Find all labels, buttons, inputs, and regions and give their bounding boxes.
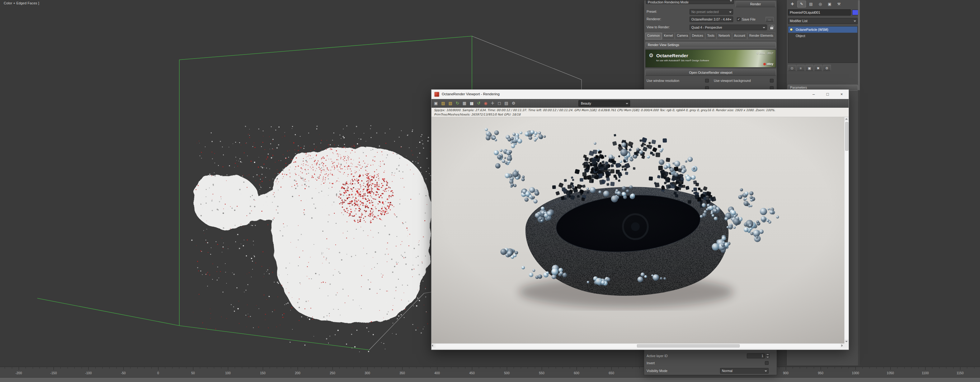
timeline-tick [605,367,605,369]
render-button[interactable]: Render [736,1,775,7]
save-folder-icon[interactable]: ▧ [449,99,452,108]
open-folder-icon[interactable]: ▨ [441,99,444,108]
use-viewport-background-checkbox[interactable] [770,79,773,83]
make-unique-button[interactable]: ▣ [805,65,813,71]
motion-tab[interactable]: ◎ [816,1,825,8]
timeline-tick [277,367,277,369]
tab-common[interactable]: Common [645,33,662,40]
modifier-stack-item[interactable]: OctaneParticle (WSM) [788,27,858,33]
configure-modifier-button[interactable]: ⚙ [823,65,831,71]
scrollbar-handle[interactable] [858,0,860,90]
timeline-label: 1150 [953,371,967,375]
tab-render-elements[interactable]: Render Elements [748,33,775,40]
tab-devices[interactable]: Devices [690,33,705,40]
octane-viewport-window[interactable]: OctaneRender Viewport - Rendering – □ × … [431,89,849,350]
modifier-stack[interactable]: OctaneParticle (WSM)Object [788,26,858,63]
scrollbar-handle[interactable] [637,344,740,347]
tab-network[interactable]: Network [717,33,732,40]
restart-render-icon[interactable]: ↺ [477,99,480,108]
command-panel-tabs[interactable]: ✚✎▤◎▣⚒ [788,1,843,8]
modifier-stack-label: OctaneParticle (WSM) [796,28,828,32]
timeline-ruler[interactable]: -200-150-100-500501001502002503003504004… [0,367,980,378]
minimize-button[interactable]: – [807,90,821,99]
remove-modifier-button[interactable]: ✖ [814,65,822,71]
viewport-lock-icon[interactable]: ▣ [434,99,437,108]
scroll-right-icon[interactable] [840,344,844,348]
spinner-up-icon[interactable] [765,353,770,355]
banner-brand: OctaneRender [656,53,688,58]
renderer-dropdown[interactable]: OctaneRender 3.07 - 4.44 [690,16,733,22]
open-octane-viewport-button[interactable]: Open OctaneRender viewport [645,69,776,76]
spinner-down-icon[interactable] [765,356,770,358]
focus-pick-icon[interactable]: ✛ [491,99,494,108]
timeline-tick [12,367,12,369]
scroll-down-icon[interactable] [845,339,849,344]
modifier-stack-label: Object [796,34,805,38]
timeline-tick [347,367,347,369]
utilities-tab[interactable]: ⚒ [835,1,843,8]
timeline-tick [890,367,891,370]
tab-tools[interactable]: Tools [705,33,716,40]
target-dropdown[interactable]: Production Rendering Mode [646,0,734,4]
close-button[interactable]: × [835,90,849,99]
show-end-result-button[interactable]: ≡ [797,65,805,71]
command-panel-scrollbar[interactable] [858,0,860,366]
timeline-tick [353,367,354,369]
horizontal-scrollbar[interactable] [431,344,844,348]
pin-stack-button[interactable]: ⊙ [788,65,796,71]
banner-subtitle: for use with Autodesk® 3ds max® Design S… [656,59,709,62]
refresh-render-icon[interactable]: ↻ [456,99,458,108]
modifier-stack-toolbar[interactable]: ⊙≡▣✖⚙ [788,65,831,71]
vertical-scrollbar[interactable] [844,117,849,344]
timeline-tick [33,367,33,369]
modifier-list-dropdown[interactable]: Modifier List [788,18,858,24]
timeline-tick [535,367,535,369]
display-tab[interactable]: ▣ [825,1,834,8]
timeline-tick [5,367,5,369]
object-name-field[interactable]: PhoenixFDLiquid001 [788,10,851,16]
scrollbar-handle[interactable] [845,122,848,151]
render-view-settings-rollout[interactable]: Render View Settings [645,42,776,48]
timeline-tick [95,367,95,369]
use-window-resolution-checkbox[interactable] [705,79,709,83]
window-titlebar[interactable]: OctaneRender Viewport - Rendering – □ × [431,90,849,99]
modifier-stack-item[interactable]: Object [788,33,858,39]
timeline-tick [842,367,842,369]
visibility-mode-dropdown[interactable]: Normal [720,368,768,374]
camera-icon[interactable]: ◉ [484,99,487,108]
film-sequence-icon[interactable]: ▤ [504,99,508,108]
stats-line-2: PrimTree/Meshes/Voxels: 265972/13/951/0 … [434,112,849,117]
save-file-checkbox[interactable]: ✓ [737,18,741,21]
octane-toolbar[interactable]: ▣▨▧↻▦▮▮↺◉✛◻▤⚙ Beauty [431,99,849,108]
lock-view-button[interactable] [768,25,775,30]
scroll-left-icon[interactable] [431,344,436,348]
octane-banner: ⚙ OctaneRender for use with Autodesk® 3d… [645,49,776,68]
save-image-icon[interactable]: ▦ [463,99,466,108]
timeline-tick [493,367,493,369]
timeline-tick [88,367,89,370]
hierarchy-tab[interactable]: ▤ [807,1,815,8]
modify-tab[interactable]: ✎ [797,1,806,8]
save-file-browse-button[interactable]: ... [765,17,773,22]
region-render-icon[interactable]: ◻ [498,99,501,108]
settings-gear-icon[interactable]: ⚙ [512,99,515,108]
pause-icon[interactable]: ▮▮ [470,99,473,108]
maximize-button[interactable]: □ [821,90,835,99]
timeline-tick [116,367,117,369]
create-tab[interactable]: ✚ [788,1,797,8]
modifier-enabled-bulb-icon[interactable] [790,28,793,31]
timeline-tick [918,367,919,369]
preset-dropdown[interactable]: No preset selected [690,9,733,14]
active-layer-id-field[interactable]: 1 [747,353,765,358]
invert-checkbox[interactable] [765,361,768,365]
view-to-render-dropdown[interactable]: Quad 4 - Perspective [690,25,767,30]
object-color-swatch[interactable] [852,10,858,15]
tab-kernel[interactable]: Kernel [662,33,675,40]
timeline-label: 0 [151,371,165,375]
scroll-up-icon[interactable] [845,117,849,121]
viewport-shading-label[interactable]: Color + Edged Faces ] [4,1,39,5]
tab-account[interactable]: Account [732,33,747,40]
render-pass-dropdown[interactable]: Beauty [578,100,630,107]
active-layer-id-spinner[interactable] [765,353,770,358]
tab-camera[interactable]: Camera [675,33,690,40]
